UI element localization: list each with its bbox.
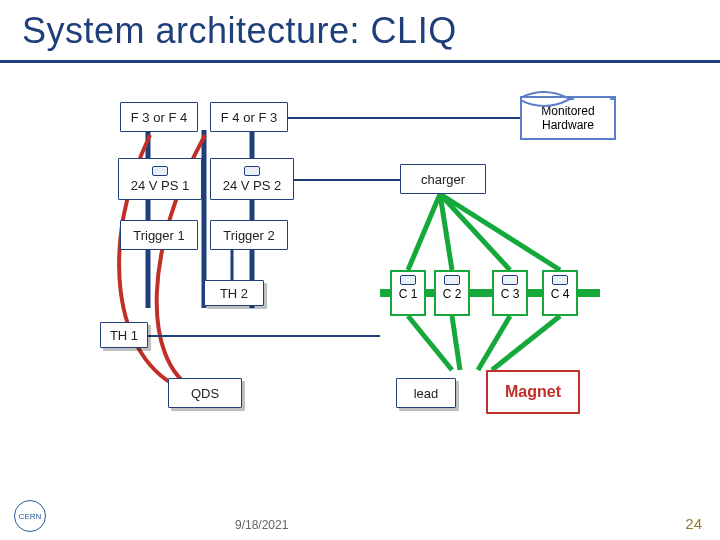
wave-icon <box>520 98 616 108</box>
architecture-diagram: F 3 or F 4 F 4 or F 3 24 V PS 1 24 V PS … <box>0 70 720 490</box>
cern-logo: CERN <box>14 500 46 532</box>
node-qds: QDS <box>168 378 242 408</box>
chip-icon <box>152 166 168 176</box>
ps1-label: 24 V PS 1 <box>131 178 190 193</box>
ps2-label: 24 V PS 2 <box>223 178 282 193</box>
node-c4: C 4 <box>542 270 578 316</box>
svg-line-5 <box>408 194 440 270</box>
svg-line-9 <box>408 316 452 370</box>
monitored-label: Monitored Hardware <box>541 104 594 132</box>
footer-date: 9/18/2021 <box>235 518 288 532</box>
node-24v-ps-1: 24 V PS 1 <box>118 158 202 200</box>
slide-title: System architecture: CLIQ <box>22 10 457 52</box>
title-underline <box>0 60 720 63</box>
chip-icon <box>502 275 518 285</box>
c1-label: C 1 <box>399 287 418 301</box>
node-f3-or-f4: F 3 or F 4 <box>120 102 198 132</box>
svg-line-10 <box>452 316 460 370</box>
node-c3: C 3 <box>492 270 528 316</box>
chip-icon <box>552 275 568 285</box>
node-24v-ps-2: 24 V PS 2 <box>210 158 294 200</box>
node-th-1: TH 1 <box>100 322 148 348</box>
node-c2: C 2 <box>434 270 470 316</box>
chip-icon <box>400 275 416 285</box>
node-trigger-2: Trigger 2 <box>210 220 288 250</box>
svg-line-12 <box>492 316 560 370</box>
node-lead: lead <box>396 378 456 408</box>
magnet-label: Magnet <box>505 383 561 401</box>
chip-icon <box>444 275 460 285</box>
node-f4-or-f3: F 4 or F 3 <box>210 102 288 132</box>
node-magnet: Magnet <box>486 370 580 414</box>
node-th-2: TH 2 <box>204 280 264 306</box>
c3-label: C 3 <box>501 287 520 301</box>
footer-page-number: 24 <box>685 515 702 532</box>
c4-label: C 4 <box>551 287 570 301</box>
c2-label: C 2 <box>443 287 462 301</box>
node-c1: C 1 <box>390 270 426 316</box>
chip-icon <box>244 166 260 176</box>
node-charger: charger <box>400 164 486 194</box>
node-trigger-1: Trigger 1 <box>120 220 198 250</box>
node-monitored-hardware: Monitored Hardware <box>520 96 616 140</box>
